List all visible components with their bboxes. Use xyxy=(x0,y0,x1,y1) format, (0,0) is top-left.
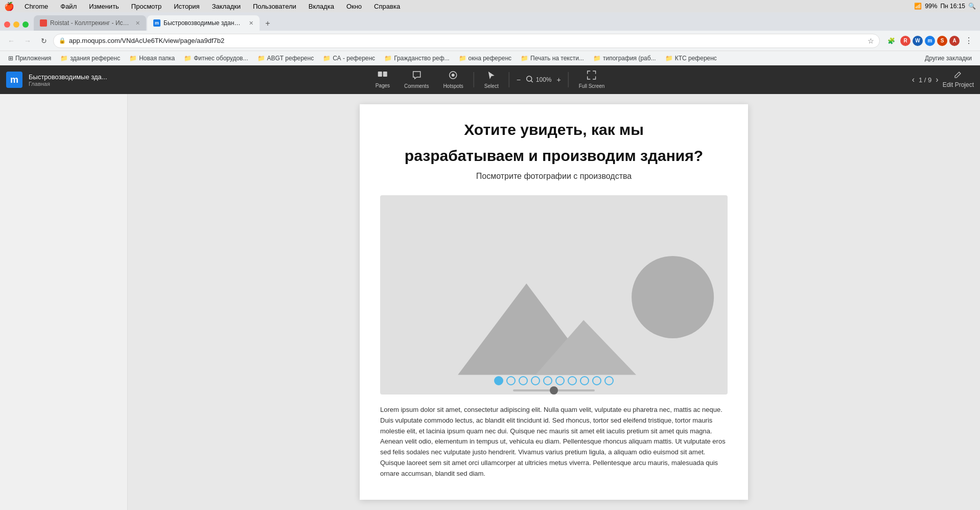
bookmark-new-folder[interactable]: 📁 Новая папка xyxy=(125,53,179,63)
pages-button[interactable]: Pages xyxy=(369,68,396,91)
extension-icon-s[interactable]: S xyxy=(937,36,947,46)
bookmark-fitness[interactable]: 📁 Фитнес оборудов... xyxy=(180,53,252,63)
back-button[interactable]: ← xyxy=(4,34,18,48)
extension-icon-w[interactable]: W xyxy=(913,36,923,46)
bookmark-okna[interactable]: 📁 окна референс xyxy=(455,53,516,63)
roistat-extension-icon[interactable]: R xyxy=(900,36,911,46)
pages-icon xyxy=(378,71,388,81)
bookmark-grazhdanstvo[interactable]: 📁 Гражданство реф... xyxy=(380,53,453,63)
carousel-dot-5[interactable] xyxy=(543,376,552,385)
maximize-window-button[interactable] xyxy=(22,21,29,28)
bookmark-apps[interactable]: ⊞ Приложения xyxy=(4,53,55,63)
bookmarks-menu[interactable]: Закладки xyxy=(210,2,243,11)
tab-favicon-moqups: m xyxy=(153,19,160,27)
history-menu[interactable]: История xyxy=(172,2,201,11)
browser-action-icons: 🧩 R W m S А ⋮ xyxy=(884,34,976,48)
bookmark-apps-label: Приложения xyxy=(15,55,51,62)
toolbar-divider-3 xyxy=(568,72,569,87)
folder-icon-10: 📁 xyxy=(665,55,673,62)
next-page-button[interactable]: › xyxy=(936,75,938,84)
project-breadcrumb[interactable]: Главная xyxy=(29,81,107,87)
apple-menu[interactable]: 🍎 xyxy=(4,2,14,11)
edit-project-button[interactable]: Edit Project xyxy=(943,71,974,88)
image-scrollbar-track[interactable] xyxy=(513,389,595,391)
toolbar-divider-1 xyxy=(474,72,474,87)
minimize-window-button[interactable] xyxy=(13,21,19,28)
page-count: 1 / 9 xyxy=(919,76,931,84)
help-menu[interactable]: Справка xyxy=(372,2,402,11)
mac-menubar: 🍎 Chrome Файл Изменить Просмотр История … xyxy=(0,0,980,12)
svg-rect-0 xyxy=(378,72,382,77)
chrome-menu-button[interactable]: ⋮ xyxy=(962,34,976,48)
carousel-dot-1[interactable] xyxy=(494,376,503,385)
extension-icon-m[interactable]: m xyxy=(925,36,935,46)
moqups-logo[interactable]: m xyxy=(6,72,22,88)
select-label: Select xyxy=(484,83,499,89)
placeholder-svg xyxy=(380,195,728,395)
carousel-dot-9[interactable] xyxy=(592,376,601,385)
carousel-dot-10[interactable] xyxy=(604,376,614,385)
reload-button[interactable]: ↻ xyxy=(37,34,51,48)
select-button[interactable]: Select xyxy=(478,67,505,92)
apps-icon: ⊞ xyxy=(8,55,13,62)
view-menu[interactable]: Просмотр xyxy=(129,2,164,11)
forward-button[interactable]: → xyxy=(20,34,35,48)
project-info: Быстровозводимые зда... Главная xyxy=(29,73,107,87)
carousel-dot-4[interactable] xyxy=(531,376,540,385)
extension-icon-avatar[interactable]: А xyxy=(949,36,960,46)
carousel-dot-8[interactable] xyxy=(580,376,589,385)
comments-label: Comments xyxy=(404,83,429,89)
bookmark-star-icon[interactable]: ☆ xyxy=(868,37,874,45)
bookmark-ca[interactable]: 📁 СА - референс xyxy=(319,53,379,63)
edit-menu[interactable]: Изменить xyxy=(87,2,121,11)
folder-icon-8: 📁 xyxy=(521,55,528,62)
carousel-dot-2[interactable] xyxy=(506,376,516,385)
window-menu[interactable]: Окно xyxy=(344,2,364,11)
bookmark-kts[interactable]: 📁 КТС референс xyxy=(661,53,721,63)
other-bookmarks[interactable]: Другие закладки xyxy=(921,53,976,63)
page-nav: ‹ 1 / 9 › xyxy=(912,75,939,84)
main-content: Хотите увидеть, как мы разрабатываем и п… xyxy=(0,94,980,510)
chrome-menu[interactable]: Chrome xyxy=(22,2,50,11)
wifi-icon: 📶 xyxy=(914,3,922,10)
hotspots-button[interactable]: Hotspots xyxy=(437,67,469,92)
extensions-button[interactable]: 🧩 xyxy=(884,34,898,48)
search-icon[interactable]: 🔍 xyxy=(968,3,976,10)
bookmark-zdaniya[interactable]: 📁 здания референс xyxy=(56,53,124,63)
new-tab-button[interactable]: + xyxy=(261,16,275,31)
address-box[interactable]: 🔒 app.moqups.com/VNdAcUe6TK/view/page/aa… xyxy=(53,34,880,48)
fullscreen-button[interactable]: Full Screen xyxy=(573,67,611,92)
carousel-dot-6[interactable] xyxy=(555,376,565,385)
lock-icon: 🔒 xyxy=(59,37,66,44)
tab-close-roistat[interactable]: ✕ xyxy=(135,20,140,27)
left-sidebar xyxy=(0,94,128,510)
bookmark-abgt[interactable]: 📁 ABGT референс xyxy=(253,53,318,63)
project-name: Быстровозводимые зда... xyxy=(29,73,107,81)
close-window-button[interactable] xyxy=(4,21,10,28)
zoom-in-button[interactable]: + xyxy=(554,75,564,85)
profiles-menu[interactable]: Пользователи xyxy=(251,2,298,11)
tab-menu[interactable]: Вкладка xyxy=(307,2,336,11)
zoom-value[interactable]: 100% xyxy=(536,76,552,83)
tab-roistat[interactable]: Roistat - Коллтрекинг - Исто... ✕ xyxy=(34,15,146,31)
file-menu[interactable]: Файл xyxy=(58,2,79,11)
pages-label: Pages xyxy=(376,83,390,88)
tab-close-moqups[interactable]: ✕ xyxy=(249,20,253,27)
carousel-dot-7[interactable] xyxy=(568,376,577,385)
battery-indicator: 99% xyxy=(925,3,937,10)
toolbar-divider-2 xyxy=(509,72,509,87)
app-container: m Быстровозводимые зда... Главная Pages xyxy=(0,65,980,510)
comments-button[interactable]: Comments xyxy=(398,67,435,92)
fullscreen-label: Full Screen xyxy=(579,83,605,89)
tab-moqups[interactable]: m Быстровозводимые здания (..) ✕ xyxy=(147,15,260,31)
zoom-out-button[interactable]: − xyxy=(514,75,524,85)
zoom-icon xyxy=(526,75,534,85)
canvas-area[interactable]: Хотите увидеть, как мы разрабатываем и п… xyxy=(128,94,980,510)
bookmark-tipografiya[interactable]: 📁 типография (раб... xyxy=(589,53,660,63)
prev-page-button[interactable]: ‹ xyxy=(912,75,915,84)
mac-status-bar: 📶 99% Пн 16:15 🔍 xyxy=(914,3,976,10)
folder-icon-4: 📁 xyxy=(258,55,265,62)
bookmark-pechat[interactable]: 📁 Печать на тексти... xyxy=(517,53,588,63)
image-scrollbar-thumb[interactable] xyxy=(550,386,558,395)
carousel-dot-3[interactable] xyxy=(519,376,528,385)
